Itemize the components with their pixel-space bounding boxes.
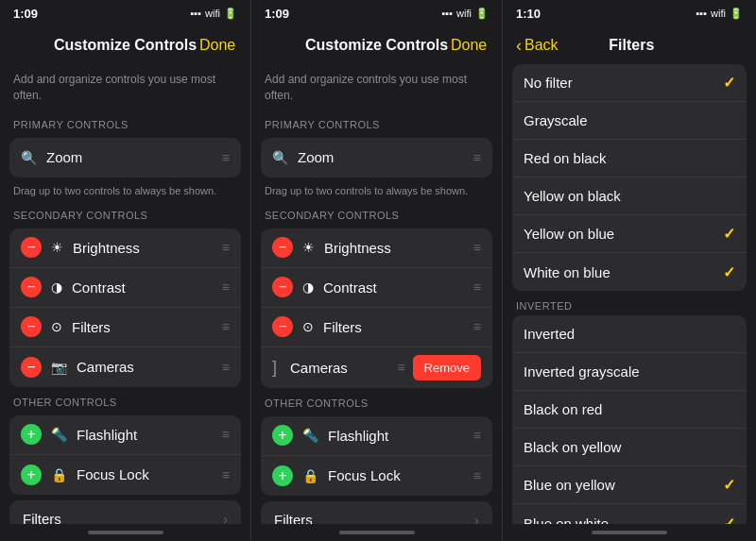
list-item-filters-1[interactable]: − ⊙ Filters ≡ [9,308,241,347]
drag-handle-zoom-2[interactable]: ≡ [473,150,481,165]
battery-icon-3: 🔋 [730,8,743,20]
remove-filters-1[interactable]: − [21,316,42,337]
left-cameras-1: − 📷 Cameras [21,357,222,378]
list-item-cameras-2[interactable]: ] Cameras ≡ Remove [261,347,492,388]
remove-contrast-2[interactable]: − [272,277,293,297]
bottom-bar-filters-2[interactable]: Filters › [261,501,492,524]
remove-brightness-2[interactable]: − [272,237,293,258]
remove-button-cameras-2[interactable]: Remove [413,355,481,380]
drag-handle-focuslock-1[interactable]: ≡ [222,467,230,482]
brightness-label-2: Brightness [324,240,391,256]
remove-contrast-1[interactable]: − [21,277,42,297]
list-item-filters-2[interactable]: − ⊙ Filters ≡ [261,308,492,347]
cameras-label-1: Cameras [77,359,134,375]
filter-group-inverted: Inverted Inverted grayscale Black on red… [512,315,747,524]
panel-customize-controls-2: 1:09 ▪▪▪ wifi 🔋 Customize Controls Done … [251,0,503,541]
filter-item-invertedgrayscale[interactable]: Inverted grayscale [512,353,747,391]
filter-item-grayscale[interactable]: Grayscale [512,102,747,140]
filter-item-whiteonblue[interactable]: White on blue ✓ [512,253,747,291]
list-item-zoom-1[interactable]: 🔍 Zoom ≡ [9,138,241,178]
left-focuslock-2: + 🔒 Focus Lock [272,465,473,486]
filter-label-yellowonblue: Yellow on blue [524,226,614,242]
remove-cameras-1[interactable]: − [21,357,42,378]
drag-handle-focuslock-2[interactable]: ≡ [473,468,481,483]
list-item-brightness-2[interactable]: − ☀ Brightness ≡ [261,228,492,268]
filter-item-yellowonblue[interactable]: Yellow on blue ✓ [512,215,747,253]
filters-label-2: Filters [323,319,362,335]
filter-item-yellowonblack[interactable]: Yellow on black [512,178,747,215]
chevron-left-icon: ‹ [516,36,522,56]
back-label-3: Back [524,37,558,54]
filter-item-blueonwhite[interactable]: Blue on white ✓ [512,504,747,524]
drag-handle-brightness-1[interactable]: ≡ [222,240,230,255]
left-focuslock-1: + 🔒 Focus Lock [21,465,222,485]
remove-brightness-1[interactable]: − [21,237,42,258]
other-header-2: OTHER CONTROLS [251,392,502,413]
done-button-2[interactable]: Done [451,37,489,54]
list-item-contrast-2[interactable]: − ◑ Contrast ≡ [261,268,492,308]
drag-handle-filters-2[interactable]: ≡ [473,319,481,334]
back-button-3[interactable]: ‹ Back [516,36,558,56]
drag-handle-flashlight-1[interactable]: ≡ [222,427,230,442]
filter-check-yellowonblue: ✓ [723,225,735,243]
battery-icon: 🔋 [224,8,237,20]
list-item-zoom-2[interactable]: 🔍 Zoom ≡ [261,138,492,178]
add-flashlight-1[interactable]: + [21,424,42,445]
panel-filters: 1:10 ▪▪▪ wifi 🔋 ‹ Back Filters No filter… [503,0,756,541]
filter-item-blueonyellow[interactable]: Blue on yellow ✓ [512,466,747,504]
list-item-contrast-1[interactable]: − ◑ Contrast ≡ [9,268,241,308]
bottom-bar-filters-1[interactable]: Filters › [9,500,241,524]
list-item-flashlight-1[interactable]: + 🔦 Flashlight ≡ [9,415,241,455]
filters-icon-2: ⊙ [302,319,314,334]
add-focuslock-1[interactable]: + [21,465,42,485]
nav-title-1: Customize Controls [51,37,199,54]
nav-bar-2: Customize Controls Done [251,26,502,64]
filter-item-nofilter[interactable]: No filter ✓ [512,64,747,102]
focuslock-label-2: Focus Lock [328,467,401,483]
status-time-1: 1:09 [13,7,38,21]
zoom-icon-2: 🔍 [272,150,288,165]
filter-item-inverted[interactable]: Inverted [512,315,747,353]
filter-label-blueonyellow: Blue on yellow [524,477,615,493]
drag-handle-contrast-1[interactable]: ≡ [222,279,230,295]
cameras-label-2: Cameras [290,360,348,376]
drag-handle-filters-1[interactable]: ≡ [222,319,230,334]
remove-filters-2[interactable]: − [272,316,293,337]
filter-item-blackonyellow[interactable]: Black on yellow [512,429,747,466]
list-item-cameras-1[interactable]: − 📷 Cameras ≡ [9,347,241,387]
left-contrast-1: − ◑ Contrast [21,277,222,297]
list-item-brightness-1[interactable]: − ☀ Brightness ≡ [9,228,241,268]
filter-label-nofilter: No filter [524,75,573,91]
focuslock-icon-1: 🔒 [51,467,67,482]
flashlight-label-1: Flashlight [77,427,137,443]
drag-handle-contrast-2[interactable]: ≡ [473,279,481,295]
drag-handle-brightness-2[interactable]: ≡ [473,240,481,255]
filter-group-main: No filter ✓ Grayscale Red on black Yello… [512,64,747,291]
list-item-focuslock-1[interactable]: + 🔒 Focus Lock ≡ [9,455,241,495]
wifi-icon: wifi [205,8,220,19]
filter-check-blueonwhite: ✓ [723,515,735,525]
filter-label-blackonred: Black on red [524,401,602,417]
filter-check-whiteonblue: ✓ [723,263,735,281]
status-time-3: 1:10 [516,7,541,21]
list-item-flashlight-2[interactable]: + 🔦 Flashlight ≡ [261,416,492,456]
drag-hint-2: Drag up to two controls to always be sho… [251,181,502,204]
done-button-1[interactable]: Done [199,37,237,54]
add-flashlight-2[interactable]: + [272,425,293,446]
flashlight-label-2: Flashlight [328,428,388,444]
drag-handle-cameras-2[interactable]: ≡ [397,360,404,375]
add-focuslock-2[interactable]: + [272,465,293,486]
secondary-header-2: SECONDARY CONTROLS [251,204,502,225]
drag-handle-flashlight-2[interactable]: ≡ [473,428,481,443]
filter-item-blackonred[interactable]: Black on red [512,391,747,429]
filter-check-blueonyellow: ✓ [723,476,735,494]
filter-item-redonblack[interactable]: Red on black [512,140,747,178]
brightness-label-1: Brightness [73,240,140,256]
left-cameras-2: ] Cameras [272,358,397,378]
list-item-focuslock-2[interactable]: + 🔒 Focus Lock ≡ [261,456,492,496]
drag-handle-cameras-1[interactable]: ≡ [222,360,230,375]
drag-handle-zoom-1[interactable]: ≡ [222,150,230,165]
content-1: Add and organize controls you use most o… [0,64,250,524]
secondary-header-1: SECONDARY CONTROLS [0,204,250,225]
home-indicator-1 [0,524,250,541]
